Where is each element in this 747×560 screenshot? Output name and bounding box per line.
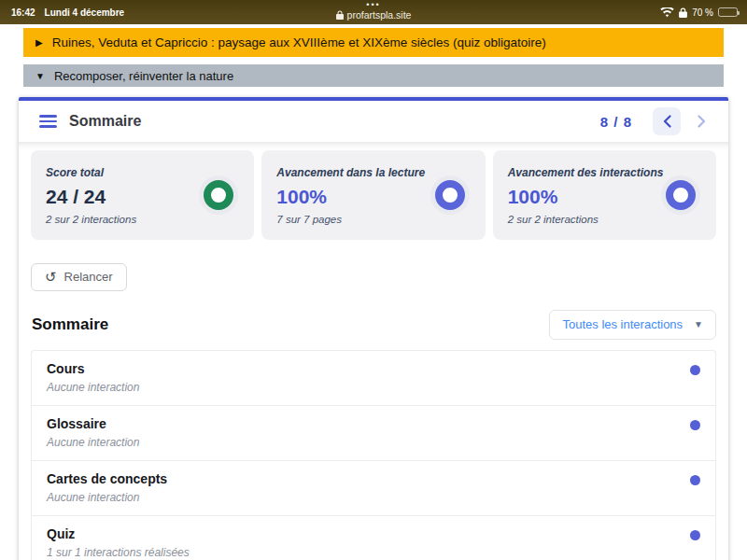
stats-row: Score total 24 / 24 2 sur 2 interactions…	[19, 142, 728, 249]
wifi-icon	[660, 7, 674, 18]
filter-selected-value: Toutes les interactions	[562, 317, 683, 331]
toc-item-title: Quiz	[47, 526, 190, 541]
toc-item-glossaire[interactable]: Glossaire Aucune interaction	[32, 406, 715, 461]
stat-card-interactions-progress: Avancement des interactions 100% 2 sur 2…	[493, 150, 716, 240]
card-title: Sommaire	[69, 113, 600, 130]
page-counter: 8 / 8	[600, 114, 632, 130]
stat-title: Avancement des interactions	[508, 166, 664, 179]
summary-card: Sommaire 8 / 8 Score total 24 / 24 2 sur…	[19, 97, 728, 560]
prev-page-button[interactable]	[653, 107, 681, 135]
toc-item-subtitle: Aucune interaction	[47, 381, 139, 394]
battery-icon	[718, 7, 738, 17]
stat-value: 100%	[276, 186, 425, 208]
status-date: Lundi 4 décembre	[45, 7, 125, 18]
progress-ring-icon	[435, 180, 465, 210]
progress-ring-icon	[666, 180, 696, 210]
accordion-quiz-banner[interactable]: ▶ Ruines, Veduta et Capriccio : paysage …	[23, 28, 724, 57]
stat-subtitle: 7 sur 7 pages	[276, 214, 425, 225]
toc-item-subtitle: Aucune interaction	[47, 436, 139, 449]
toc-item-title: Cours	[47, 361, 139, 376]
tab-overview-dots-icon[interactable]: •••	[366, 1, 380, 8]
battery-percent: 70 %	[692, 7, 713, 18]
accordion-section-banner[interactable]: ▼ Recomposer, réinventer la nature	[23, 64, 724, 87]
toc-item-cours[interactable]: Cours Aucune interaction	[32, 351, 715, 406]
triangle-down-icon: ▼	[35, 71, 45, 81]
summary-card-header: Sommaire 8 / 8	[19, 101, 728, 142]
chevron-right-icon	[698, 115, 706, 128]
lock-icon	[336, 10, 344, 20]
toc-item-subtitle: 1 sur 1 interactions réalisées	[47, 546, 190, 559]
stat-title: Avancement dans la lecture	[276, 166, 425, 179]
toc-item-cartes-de-concepts[interactable]: Cartes de concepts Aucune interaction	[32, 461, 715, 516]
stat-title: Score total	[46, 166, 136, 179]
triangle-right-icon: ▶	[35, 37, 43, 48]
orientation-lock-icon	[679, 7, 687, 18]
status-dot-icon	[690, 420, 700, 430]
stat-card-reading-progress: Avancement dans la lecture 100% 7 sur 7 …	[261, 150, 485, 240]
chevron-down-icon: ▼	[694, 319, 703, 329]
refresh-icon: ↺	[45, 271, 57, 284]
next-page-button[interactable]	[687, 107, 715, 135]
progress-ring-icon	[204, 180, 233, 210]
chevron-left-icon	[663, 115, 671, 128]
status-dot-icon	[690, 365, 700, 375]
address-bar-url: profartspla.site	[347, 8, 412, 21]
stat-value: 100%	[508, 186, 664, 208]
status-dot-icon	[690, 530, 700, 540]
status-bar: 16:42 Lundi 4 décembre ••• profartspla.s…	[0, 0, 747, 24]
toc-list: Cours Aucune interaction Glossaire Aucun…	[31, 350, 716, 560]
toc-item-title: Glossaire	[47, 416, 139, 431]
section-banner-label: Recomposer, réinventer la nature	[54, 69, 233, 83]
stat-subtitle: 2 sur 2 interactions	[508, 214, 664, 225]
address-bar[interactable]: profartspla.site	[336, 8, 412, 21]
toc-item-quiz[interactable]: Quiz 1 sur 1 interactions réalisées Scor…	[32, 516, 715, 560]
stat-value: 24 / 24	[46, 186, 136, 208]
stat-subtitle: 2 sur 2 interactions	[46, 214, 136, 225]
toc-section-title: Sommaire	[32, 315, 108, 334]
restart-button-label: Relancer	[64, 270, 113, 284]
toc-item-title: Cartes de concepts	[47, 471, 167, 486]
stat-card-score-total: Score total 24 / 24 2 sur 2 interactions	[31, 150, 254, 240]
status-dot-icon	[690, 475, 700, 485]
menu-icon[interactable]	[39, 115, 57, 128]
clock: 16:42	[11, 7, 35, 18]
restart-button[interactable]: ↺ Relancer	[31, 263, 127, 291]
interactions-filter-dropdown[interactable]: Toutes les interactions ▼	[549, 310, 716, 340]
toc-item-subtitle: Aucune interaction	[47, 491, 167, 504]
quiz-banner-label: Ruines, Veduta et Capriccio : paysage au…	[52, 35, 546, 49]
